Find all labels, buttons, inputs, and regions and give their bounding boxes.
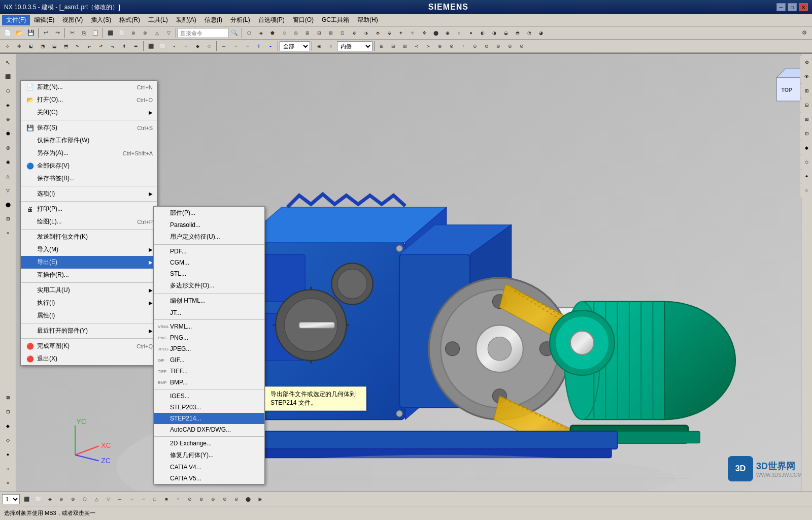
tb-r2-line1[interactable]: ─ bbox=[218, 41, 229, 52]
menu-edit[interactable]: 编辑(E) bbox=[30, 15, 58, 25]
tb-r2-11[interactable]: ⬍ bbox=[119, 41, 130, 52]
tb-r2-line3[interactable]: ┄ bbox=[242, 41, 253, 52]
tb-r2-cube1[interactable]: ⬛ bbox=[145, 41, 156, 52]
bt-2[interactable]: ⬜ bbox=[32, 494, 44, 505]
side-1[interactable]: ⬛ bbox=[2, 70, 15, 83]
fm-save-work[interactable]: 仅保存工作部件(W) bbox=[21, 134, 157, 147]
menu-help[interactable]: 帮助(H) bbox=[353, 15, 382, 25]
esm-jpeg[interactable]: JPEG JPEG... bbox=[154, 343, 264, 354]
bt-20[interactable]: ⬤ bbox=[243, 494, 254, 505]
tb-s18[interactable]: ◉ bbox=[442, 27, 453, 39]
bt-11[interactable]: ┄ bbox=[138, 494, 149, 505]
bt-3[interactable]: ◈ bbox=[44, 494, 55, 505]
tb-r2-plus[interactable]: + bbox=[253, 41, 264, 52]
side-nav-4[interactable]: ◇ bbox=[2, 434, 15, 447]
fm-save[interactable]: 💾 保存(S) Ctrl+S bbox=[21, 121, 157, 134]
tb-s4[interactable]: ◇ bbox=[279, 27, 290, 39]
rs-5[interactable]: ⊠ bbox=[800, 113, 813, 126]
tb-r2-view1[interactable]: ◉ bbox=[314, 41, 325, 52]
menu-gctools[interactable]: GC工具箱 bbox=[318, 15, 353, 25]
tb-r2-2[interactable]: ✚ bbox=[14, 41, 25, 52]
tb-r2-8[interactable]: ⬐ bbox=[84, 41, 95, 52]
bt-9[interactable]: ─ bbox=[114, 494, 125, 505]
fm-utilities[interactable]: 实用工具(U) ▶ bbox=[21, 284, 157, 297]
tb-r2-extra6[interactable]: ⊕ bbox=[434, 41, 446, 52]
side-expand[interactable]: » bbox=[2, 226, 15, 240]
side-nav-3[interactable]: ◆ bbox=[2, 419, 15, 433]
bt-17[interactable]: ⊛ bbox=[208, 494, 219, 505]
rs-2[interactable]: 👁 bbox=[800, 70, 813, 83]
tb-redo[interactable]: ↪ bbox=[52, 27, 63, 39]
tb-r2-extra1[interactable]: ⊞ bbox=[376, 41, 387, 52]
bt-8[interactable]: ▽ bbox=[103, 494, 114, 505]
tb-r2-cube5[interactable]: ◆ bbox=[192, 41, 203, 52]
tb-r2-cube2[interactable]: ⬜ bbox=[157, 41, 168, 52]
tb-s21[interactable]: ◐ bbox=[477, 27, 488, 39]
close-btn[interactable]: ✕ bbox=[799, 3, 808, 11]
bt-6[interactable]: ⬡ bbox=[79, 494, 90, 505]
search-btn[interactable]: 🔍 bbox=[229, 27, 240, 39]
fm-finish-sketch[interactable]: 🔴 完成草图(K) Ctrl+Q bbox=[21, 340, 157, 352]
tb-btn-2[interactable]: ⬜ bbox=[116, 27, 127, 39]
side-8[interactable]: △ bbox=[2, 170, 15, 183]
esm-iges[interactable]: IGES... bbox=[154, 391, 264, 402]
tb-r2-extra3[interactable]: ⊠ bbox=[399, 41, 411, 52]
esm-tiff[interactable]: TIFF TIEF... bbox=[154, 366, 264, 377]
tb-r2-9[interactable]: ⬏ bbox=[95, 41, 107, 52]
tb-s5[interactable]: ◎ bbox=[290, 27, 301, 39]
tb-btn-3[interactable]: ⊕ bbox=[128, 27, 139, 39]
tb-s20[interactable]: ● bbox=[465, 27, 477, 39]
bt-18[interactable]: ⊜ bbox=[219, 494, 230, 505]
tb-r2-extra9[interactable]: ⊙ bbox=[469, 41, 481, 52]
tb-s6[interactable]: ⊞ bbox=[302, 27, 313, 39]
tb-s13[interactable]: ⬙ bbox=[384, 27, 395, 39]
esm-2dexchange[interactable]: 2D Exchange... bbox=[154, 438, 264, 449]
tb-s10[interactable]: ⬖ bbox=[349, 27, 360, 39]
side-nav-7[interactable]: » bbox=[2, 476, 15, 490]
tb-r2-6[interactable]: ⬒ bbox=[60, 41, 72, 52]
tb-r2-extra11[interactable]: ⊛ bbox=[493, 41, 504, 52]
bt-5[interactable]: ⊗ bbox=[67, 494, 79, 505]
tb-s8[interactable]: ⊠ bbox=[325, 27, 336, 39]
fm-interop[interactable]: 互操作(R)... bbox=[21, 269, 157, 281]
esm-catia4[interactable]: CATIA V4... bbox=[154, 462, 264, 473]
search-input[interactable] bbox=[178, 28, 228, 38]
side-11[interactable]: ⊞ bbox=[2, 212, 15, 225]
esm-step203[interactable]: STEP203... bbox=[154, 402, 264, 413]
side-2[interactable]: ⬡ bbox=[2, 84, 15, 98]
minimize-btn[interactable]: ─ bbox=[776, 3, 786, 11]
tb-s25[interactable]: ◔ bbox=[524, 27, 535, 39]
fm-save-all[interactable]: 🔵 全部保存(V) bbox=[21, 159, 157, 172]
tb-r2-extra5[interactable]: ≻ bbox=[423, 41, 434, 52]
tb-r2-12[interactable]: ⬌ bbox=[130, 41, 142, 52]
tb-s15[interactable]: ✧ bbox=[407, 27, 418, 39]
tb-open[interactable]: 📂 bbox=[14, 27, 25, 39]
tb-r2-extra4[interactable]: ≺ bbox=[411, 41, 422, 52]
menu-preferences[interactable]: 首选项(P) bbox=[254, 15, 289, 25]
tb-r2-1[interactable]: ⊹ bbox=[2, 41, 13, 52]
rs-7[interactable]: ◆ bbox=[800, 141, 813, 154]
dropdown-filter[interactable]: 全部 bbox=[280, 41, 310, 51]
rs-3[interactable]: ⊞ bbox=[800, 84, 813, 98]
esm-cgm[interactable]: CGM... bbox=[154, 257, 264, 268]
tb-r2-line2[interactable]: ╌ bbox=[230, 41, 241, 52]
menu-tools[interactable]: 工具(L) bbox=[144, 15, 172, 25]
tb-s23[interactable]: ◒ bbox=[500, 27, 512, 39]
rs-10[interactable]: ○ bbox=[800, 184, 813, 197]
bt-13[interactable]: ■ bbox=[161, 494, 172, 505]
bt-4[interactable]: ⊕ bbox=[56, 494, 67, 505]
tb-s24[interactable]: ◓ bbox=[512, 27, 523, 39]
fm-properties[interactable]: 属性(I) bbox=[21, 309, 157, 322]
esm-part[interactable]: 部件(P)... bbox=[154, 207, 264, 219]
tb-r2-extra7[interactable]: ⊗ bbox=[446, 41, 457, 52]
fm-close[interactable]: 关闭(C) ▶ bbox=[21, 106, 157, 119]
menu-analysis[interactable]: 分析(L) bbox=[226, 15, 254, 25]
dropdown-side[interactable]: 内侧 bbox=[337, 41, 373, 51]
fm-print[interactable]: 🖨 打印(P)... bbox=[21, 203, 157, 215]
side-6[interactable]: ◎ bbox=[2, 141, 15, 154]
tb-undo[interactable]: ↩ bbox=[40, 27, 51, 39]
bt-14[interactable]: + bbox=[173, 494, 184, 505]
esm-step214[interactable]: STEP214... bbox=[154, 413, 264, 424]
tb-s14[interactable]: ✦ bbox=[395, 27, 407, 39]
tb-btn-1[interactable]: ⬛ bbox=[105, 27, 116, 39]
